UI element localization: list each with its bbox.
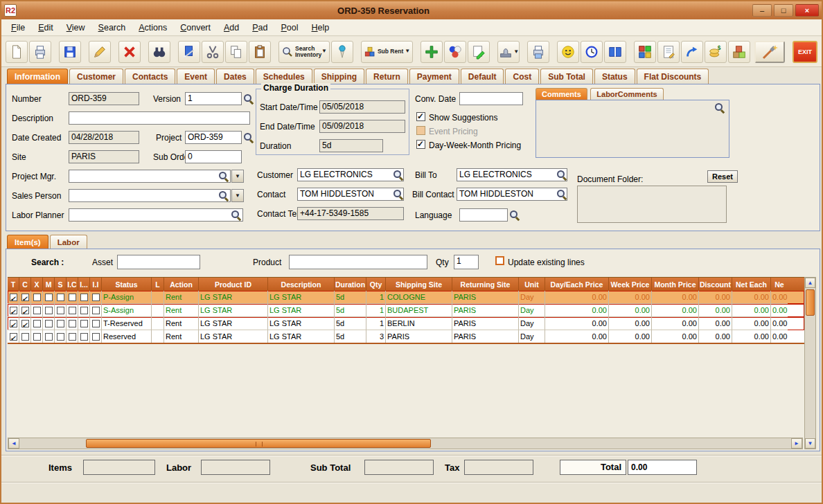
menu-actions[interactable]: Actions <box>139 23 167 33</box>
tab-dates[interactable]: Dates <box>216 69 254 84</box>
smiley-button[interactable] <box>557 41 579 63</box>
row-checkbox[interactable] <box>33 294 41 301</box>
labor-planner-search-icon[interactable] <box>231 210 241 220</box>
header-ne[interactable]: Ne <box>771 278 788 291</box>
row-checkbox[interactable] <box>69 294 76 301</box>
row-checkbox[interactable] <box>57 294 64 301</box>
horizontal-scroll-thumb[interactable] <box>86 439 431 448</box>
project-search-icon[interactable] <box>243 132 254 143</box>
header-t[interactable]: T <box>8 278 19 291</box>
header-qty[interactable]: Qty <box>366 278 386 291</box>
cut-special-button[interactable] <box>178 41 200 63</box>
book-button[interactable] <box>604 41 626 63</box>
table-row[interactable]: P-Assign Rent LG STAR LG STAR 5d 1 COLOG… <box>8 291 804 304</box>
row-checkbox[interactable] <box>57 307 64 314</box>
sales-person-field[interactable] <box>69 189 231 202</box>
wand-button[interactable] <box>754 41 785 63</box>
header-m[interactable]: M <box>43 278 55 291</box>
vertical-scroll-thumb[interactable] <box>806 289 815 316</box>
row-checkbox[interactable] <box>80 307 88 314</box>
tab-event[interactable]: Event <box>177 69 215 84</box>
header-duration[interactable]: Duration <box>335 278 366 291</box>
row-checkbox[interactable] <box>80 320 88 327</box>
packages-button[interactable] <box>728 41 750 63</box>
header-ii[interactable]: I.I <box>90 278 102 291</box>
header-net-each[interactable]: Net Each <box>732 278 771 291</box>
row-checkbox[interactable] <box>21 320 29 327</box>
header-c[interactable]: C <box>19 278 31 291</box>
sub-rent-button[interactable]: Sub Rent ▼ <box>361 41 413 63</box>
header-month-price[interactable]: Month Price <box>652 278 699 291</box>
event-pricing-checkbox[interactable] <box>416 126 425 135</box>
row-checkbox[interactable] <box>10 320 17 327</box>
row-checkbox[interactable] <box>21 333 29 341</box>
header-discount[interactable]: Discount <box>699 278 732 291</box>
project-mgr-search-icon[interactable] <box>218 171 229 181</box>
horizontal-scrollbar[interactable]: ◄ ► <box>8 438 803 449</box>
header-ic[interactable]: I.C <box>67 278 78 291</box>
sales-person-search-icon[interactable] <box>218 190 229 201</box>
row-checkbox[interactable] <box>92 320 100 327</box>
header-returning-site[interactable]: Returning Site <box>452 278 519 291</box>
row-checkbox[interactable] <box>92 307 100 314</box>
header-week-price[interactable]: Week Price <box>609 278 652 291</box>
contact-field[interactable]: TOM HIDDLESTON <box>297 188 404 201</box>
row-checkbox[interactable] <box>45 320 53 327</box>
header-product-id[interactable]: Product ID <box>199 278 268 291</box>
row-checkbox[interactable] <box>69 320 76 327</box>
header-l[interactable]: L <box>152 278 164 291</box>
row-checkbox[interactable] <box>57 333 64 341</box>
menu-edit[interactable]: Edit <box>38 23 53 33</box>
money-button[interactable]: $ <box>705 41 727 63</box>
row-checkbox[interactable] <box>10 307 17 314</box>
header-description[interactable]: Description <box>268 278 335 291</box>
scroll-right-icon[interactable]: ► <box>791 438 802 449</box>
menu-add[interactable]: Add <box>224 23 239 33</box>
customer-field[interactable]: LG ELECTRONICS <box>297 168 404 181</box>
bill-contact-search-icon[interactable] <box>556 189 567 199</box>
cubes-button[interactable] <box>634 41 656 63</box>
header-shipping-site[interactable]: Shipping Site <box>386 278 452 291</box>
language-field[interactable] <box>459 208 508 222</box>
table-row[interactable]: T-Reserved Rent LG STAR LG STAR 5d 1 BER… <box>8 317 804 330</box>
project-mgr-field[interactable] <box>69 170 231 183</box>
clock-button[interactable] <box>581 41 603 63</box>
contact-tel-field[interactable]: +44-17-5349-1585 <box>297 207 404 220</box>
tab-default[interactable]: Default <box>461 69 504 84</box>
bill-to-field[interactable]: LG ELECTRONICS <box>457 168 567 181</box>
tab-status[interactable]: Status <box>594 69 635 84</box>
language-search-icon[interactable] <box>509 210 520 220</box>
header-id[interactable]: I... <box>78 278 90 291</box>
project-field[interactable]: ORD-359 <box>185 131 242 144</box>
menu-pad[interactable]: Pad <box>252 23 267 33</box>
date-created-field[interactable]: 04/28/2018 <box>69 131 139 144</box>
tab-cost[interactable]: Cost <box>505 69 539 84</box>
edit-note-button[interactable] <box>468 41 490 63</box>
menu-pool[interactable]: Pool <box>281 23 299 33</box>
header-s[interactable]: S <box>55 278 67 291</box>
reset-button[interactable]: Reset <box>707 170 738 183</box>
version-search-icon[interactable] <box>243 93 254 104</box>
scroll-left-icon[interactable]: ◄ <box>8 438 19 449</box>
tab-shipping[interactable]: Shipping <box>314 69 364 84</box>
new-document-button[interactable] <box>6 41 28 63</box>
description-field[interactable] <box>69 111 250 125</box>
paste-button[interactable] <box>249 41 271 63</box>
tab-information[interactable]: Information <box>7 69 68 84</box>
end-date-field[interactable]: 05/09/2018 <box>319 120 405 133</box>
conv-date-field[interactable] <box>459 92 523 105</box>
document-folder-box[interactable] <box>577 186 727 223</box>
add-button[interactable] <box>421 41 443 63</box>
notepad-button[interactable] <box>657 41 680 63</box>
product-input[interactable] <box>289 255 427 269</box>
duration-field[interactable]: 5d <box>319 139 383 152</box>
tab-schedules[interactable]: Schedules <box>256 69 312 84</box>
cut-button[interactable] <box>202 41 224 63</box>
sub-orders-field[interactable]: 0 <box>185 150 242 163</box>
copy-button[interactable] <box>225 41 247 63</box>
maximize-button[interactable]: □ <box>774 4 793 17</box>
row-checkbox[interactable] <box>45 333 53 341</box>
number-field[interactable]: ORD-359 <box>69 92 139 105</box>
row-checkbox[interactable] <box>45 307 53 314</box>
row-checkbox[interactable] <box>80 294 88 301</box>
